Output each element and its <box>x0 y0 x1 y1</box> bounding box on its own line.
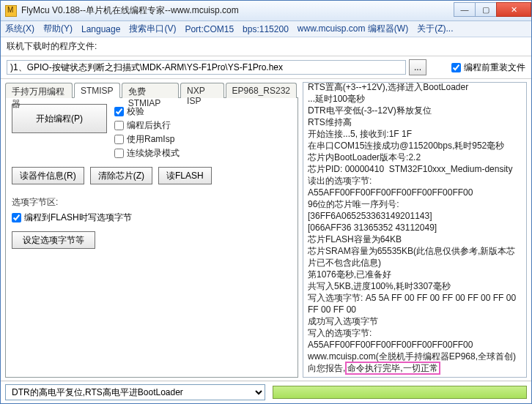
cont-label: 连续烧录模式 <box>127 147 180 160</box>
log-line: www.mcuisp.com(全脱机手持编程器EP968,全球首创)向您报告,命… <box>308 351 522 374</box>
log-line: RTS置高(+3--+12V),选择进入BootLoader <box>308 82 522 93</box>
log-line: 写入的选项字节: <box>308 327 522 339</box>
write-optionbytes-label: 编程到FLASH时写选项字节 <box>24 212 132 224</box>
log-line: 开始连接...5, 接收到:1F 1F <box>308 128 522 140</box>
log-line: 芯片FLASH容量为64KB <box>308 233 522 245</box>
tab-strip: 手持万用编程器 STMISP 免费STMIAP NXP ISP EP968_RS… <box>5 82 298 98</box>
menu-about[interactable]: 关于(Z)... <box>417 23 453 35</box>
log-line: ...延时100毫秒 <box>308 93 522 105</box>
read-deviceinfo-button[interactable]: 读器件信息(R) <box>12 167 84 184</box>
write-optionbytes-checkbox[interactable] <box>12 213 21 222</box>
log-line: A55AFF00FF00FF00FF00FF00FF00FF00 <box>308 187 522 198</box>
titlebar: FlyMcu V0.188--单片机在线编程专家--www.mcuisp.com… <box>1 1 531 21</box>
maximize-button[interactable]: ▢ <box>475 2 497 17</box>
log-line: 在串口COM15连接成功@115200bps,耗时952毫秒 <box>308 140 522 152</box>
tab-body: 开始编程(P) 校验 编程后执行 使用RamIsp 连续烧录模式 读器件信息(R… <box>5 98 298 378</box>
file-label: 联机下载时的程序文件: <box>7 40 97 53</box>
reset-mode-select[interactable]: DTR的高电平复位,RTS高电平进BootLoader <box>5 384 265 400</box>
reinstall-label: 编程前重装文件 <box>464 61 525 74</box>
log-line: 成功写入选项字节 <box>308 315 522 327</box>
log-line: A55AFF00FF00FF00FF00FF00FF00FF00 <box>308 339 522 351</box>
runafter-label: 编程后执行 <box>127 119 171 132</box>
menu-bps[interactable]: bps:115200 <box>243 24 289 34</box>
tab-nxpisp[interactable]: NXP ISP <box>180 83 224 98</box>
tab-ep968[interactable]: EP968_RS232 <box>226 83 297 98</box>
log-line: [36FF6A065253363149201143] <box>308 210 522 222</box>
progress-bar <box>273 386 527 399</box>
log-line: 共写入5KB,进度100%,耗时3307毫秒 <box>308 280 522 292</box>
log-line: 芯片PID: 00000410 STM32F10xxx_Medium-densi… <box>308 163 522 175</box>
log-line: 写入选项字节: A5 5A FF 00 FF 00 FF 00 FF 00 FF… <box>308 292 522 315</box>
close-button[interactable]: ✕ <box>496 2 531 17</box>
file-path-input[interactable] <box>7 60 406 75</box>
menu-site[interactable]: www.mcuisp.com 编程器(W) <box>298 23 408 35</box>
log-line: 第1076毫秒,已准备好 <box>308 269 522 280</box>
tab-handheld[interactable]: 手持万用编程器 <box>5 83 73 98</box>
log-line: 芯片SRAM容量为65535KB(此信息仅供参考,新版本芯片已不包含此信息) <box>308 245 522 269</box>
log-output[interactable]: RTS置高(+3--+12V),选择进入BootLoader...延时100毫秒… <box>303 82 527 378</box>
runafter-checkbox[interactable] <box>114 121 124 130</box>
option-bytes-header: 选项字节区: <box>12 196 292 209</box>
set-optionbytes-button[interactable]: 设定选项字节等 <box>12 231 95 249</box>
menu-search-port[interactable]: 搜索串口(V) <box>129 23 176 35</box>
start-program-button[interactable]: 开始编程(P) <box>12 104 107 133</box>
log-line: [066AFF36 31365352 43112049] <box>308 222 522 233</box>
menu-help[interactable]: 帮助(Y) <box>43 23 73 35</box>
window-title: FlyMcu V0.188--单片机在线编程专家--www.mcuisp.com <box>21 4 454 17</box>
file-toolbar: 联机下载时的程序文件: <box>1 37 531 56</box>
tab-stmiap[interactable]: 免费STMIAP <box>122 83 179 98</box>
menubar: 系统(X) 帮助(Y) Language 搜索串口(V) Port:COM15 … <box>1 21 531 37</box>
read-flash-button[interactable]: 读FLASH <box>158 167 212 184</box>
log-line: 读出的选项字节: <box>308 175 522 187</box>
log-line: RTS维持高 <box>308 116 522 128</box>
app-icon <box>5 5 17 17</box>
browse-button[interactable]: ... <box>409 59 426 75</box>
cont-checkbox[interactable] <box>114 149 124 158</box>
ramisp-checkbox[interactable] <box>114 135 124 144</box>
verify-checkbox[interactable] <box>114 107 124 116</box>
log-line: 96位的芯片唯一序列号: <box>308 198 522 210</box>
log-line: 芯片内BootLoader版本号:2.2 <box>308 152 522 163</box>
reinstall-checkbox[interactable] <box>451 63 461 72</box>
log-line: DTR电平变低(-3--12V)释放复位 <box>308 105 522 116</box>
ramisp-label: 使用RamIsp <box>127 133 174 146</box>
minimize-button[interactable]: — <box>454 2 476 17</box>
success-highlight: 命令执行完毕,一切正常 <box>345 362 440 375</box>
menu-language[interactable]: Language <box>81 24 120 34</box>
tab-stmisp[interactable]: STMISP <box>74 83 120 98</box>
erase-chip-button[interactable]: 清除芯片(Z) <box>90 167 152 184</box>
menu-port[interactable]: Port:COM15 <box>185 24 234 34</box>
status-bar: DTR的高电平复位,RTS高电平进BootLoader <box>1 381 531 403</box>
menu-system[interactable]: 系统(X) <box>5 23 34 35</box>
